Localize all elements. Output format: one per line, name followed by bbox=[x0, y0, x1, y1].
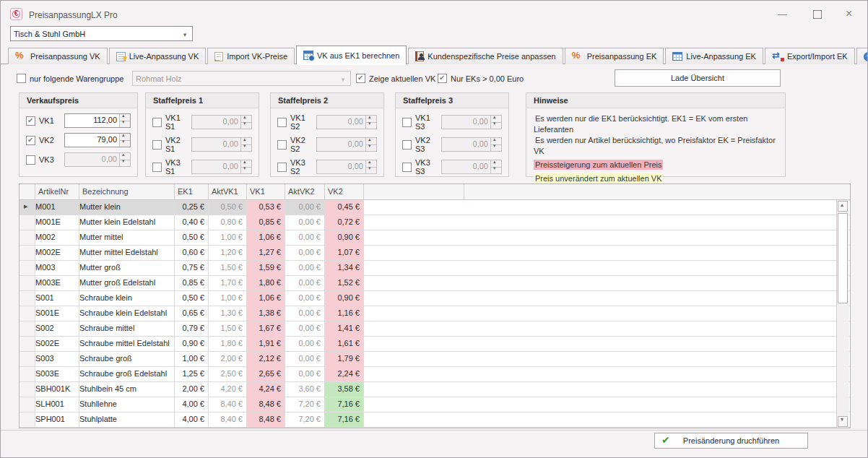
cell-ek1[interactable]: 1,00 € bbox=[175, 352, 209, 366]
column-header-artikelnr[interactable]: ArtikelNr bbox=[35, 184, 79, 199]
tab-preisanpassung-vk[interactable]: Preisanpassung VK bbox=[8, 48, 108, 64]
table-row[interactable]: M002Mutter mittel0,50 €1,00 €1,06 €0,00 … bbox=[19, 230, 850, 246]
vk3-s1-spin-edit[interactable]: 0,00 bbox=[191, 160, 252, 174]
cell-aktvk1[interactable]: 1,30 € bbox=[209, 306, 247, 321]
cell-artikelnr[interactable]: SBH001K bbox=[35, 382, 79, 397]
spin-down-icon[interactable] bbox=[366, 122, 376, 129]
tab-vk-aus-ek1-berechnen[interactable]: VK aus EK1 berechnen bbox=[296, 46, 407, 64]
cell-bezeichnung[interactable]: Schraube mittel Edelstahl bbox=[79, 337, 175, 351]
table-row[interactable]: M003EMutter groß Edelstahl0,85 €1,70 €1,… bbox=[19, 276, 850, 291]
table-row[interactable]: SBH001KStuhlbein 45 cm2,00 €4,20 €4,24 €… bbox=[19, 382, 850, 397]
row-indicator[interactable] bbox=[19, 230, 35, 245]
spin-down-icon[interactable] bbox=[491, 122, 501, 129]
spin-down-icon[interactable] bbox=[120, 121, 130, 128]
close-button[interactable]: × bbox=[846, 9, 859, 20]
cell-bezeichnung[interactable]: Mutter groß Edelstahl bbox=[79, 276, 175, 290]
tab-export-import-ek[interactable]: Export/Import EK bbox=[765, 48, 855, 64]
cell-bezeichnung[interactable]: Schraube mittel bbox=[79, 321, 175, 336]
spin-down-icon[interactable] bbox=[366, 144, 376, 152]
vk2-s1-spin-edit[interactable]: 0,00 bbox=[191, 137, 252, 152]
table-row[interactable]: M002EMutter mittel Edelstahl0,60 €1,20 €… bbox=[19, 246, 850, 261]
vk1-s3-spin-edit[interactable]: 0,00 bbox=[441, 115, 502, 129]
cell-aktvk1[interactable]: 1,00 € bbox=[209, 291, 247, 306]
row-indicator[interactable] bbox=[19, 306, 35, 321]
column-header-vk1[interactable]: VK1 bbox=[247, 184, 285, 199]
cell-bezeichnung[interactable]: Stuhllehne bbox=[79, 397, 175, 412]
vk3-s2-checkbox[interactable]: VK3 S2 bbox=[277, 158, 316, 176]
cell-artikelnr[interactable]: S003 bbox=[35, 352, 79, 366]
scroll-down-icon[interactable] bbox=[838, 416, 848, 427]
table-row[interactable]: M001Mutter klein0,25 €0,50 €0,53 €0,00 €… bbox=[19, 200, 850, 215]
cell-bezeichnung[interactable]: Stuhlplatte bbox=[79, 412, 175, 427]
cell-ek1[interactable]: 0,50 € bbox=[175, 291, 209, 306]
row-indicator[interactable] bbox=[19, 337, 35, 351]
vk3-spin-edit[interactable]: 0,00 bbox=[64, 152, 131, 167]
vk1-s1-spin-edit[interactable]: 0,00 bbox=[191, 115, 252, 129]
cell-ek1[interactable]: 1,25 € bbox=[175, 367, 209, 381]
cell-aktvk1[interactable]: 1,50 € bbox=[209, 321, 247, 336]
cell-vk2[interactable]: 1,52 € bbox=[325, 276, 364, 290]
cell-bezeichnung[interactable]: Mutter klein bbox=[79, 200, 175, 215]
cell-bezeichnung[interactable]: Mutter groß bbox=[79, 261, 175, 275]
cell-ek1[interactable]: 4,00 € bbox=[175, 412, 209, 427]
cell-aktvk2[interactable]: 7,20 € bbox=[285, 397, 325, 412]
row-indicator[interactable] bbox=[19, 276, 35, 290]
cell-vk2[interactable]: 7,16 € bbox=[325, 397, 364, 412]
cell-aktvk2[interactable]: 0,00 € bbox=[285, 200, 325, 215]
table-row[interactable]: S002ESchraube mittel Edelstahl0,90 €1,80… bbox=[19, 337, 850, 352]
cell-aktvk2[interactable]: 0,00 € bbox=[285, 230, 325, 245]
cell-vk2[interactable]: 1,41 € bbox=[325, 321, 364, 336]
cell-bezeichnung[interactable]: Stuhlbein 45 cm bbox=[79, 382, 175, 397]
cell-artikelnr[interactable]: S003E bbox=[35, 367, 79, 381]
cell-artikelnr[interactable]: M001 bbox=[35, 200, 79, 215]
cell-ek1[interactable]: 2,00 € bbox=[175, 382, 209, 397]
tab-preisanpassung-ek[interactable]: Preisanpassung EK bbox=[565, 48, 664, 64]
cell-vk1[interactable]: 1,91 € bbox=[247, 337, 285, 351]
vk2-s3-spin-edit[interactable]: 0,00 bbox=[441, 137, 502, 152]
load-overview-button[interactable]: Lade Übersicht bbox=[615, 69, 781, 87]
cell-artikelnr[interactable]: S001E bbox=[35, 306, 79, 321]
cell-bezeichnung[interactable]: Mutter klein Edelstahl bbox=[79, 215, 175, 230]
vk3-s1-checkbox[interactable]: VK3 S1 bbox=[152, 158, 191, 176]
cell-artikelnr[interactable]: S002E bbox=[35, 337, 79, 351]
cell-vk2[interactable]: 1,07 € bbox=[325, 246, 364, 260]
column-header-aktvk2[interactable]: AktVK2 bbox=[285, 184, 325, 199]
cell-ek1[interactable]: 0,85 € bbox=[175, 276, 209, 290]
spin-down-icon[interactable] bbox=[491, 167, 501, 174]
cell-vk1[interactable]: 0,85 € bbox=[247, 215, 285, 230]
cell-vk1[interactable]: 0,53 € bbox=[247, 200, 285, 215]
tab-live-anpassung-ek[interactable]: Live-Anpassung EK bbox=[665, 48, 763, 64]
table-row[interactable]: M003Mutter groß0,75 €1,50 €1,59 €0,00 €1… bbox=[19, 261, 850, 276]
vk2-s2-spin-edit[interactable]: 0,00 bbox=[316, 137, 377, 152]
column-header-bezeichnung[interactable]: Bezeichnung bbox=[79, 184, 175, 199]
cell-vk2[interactable]: 0,72 € bbox=[325, 215, 364, 230]
cell-ek1[interactable]: 0,50 € bbox=[175, 230, 209, 245]
vk1-s2-spin-edit[interactable]: 0,00 bbox=[316, 115, 377, 129]
cell-aktvk2[interactable]: 0,00 € bbox=[285, 337, 325, 351]
cell-ek1[interactable]: 0,25 € bbox=[175, 200, 209, 215]
cell-aktvk1[interactable]: 1,80 € bbox=[209, 337, 247, 351]
spin-down-icon[interactable] bbox=[366, 167, 376, 174]
cell-vk2[interactable]: 0,45 € bbox=[325, 200, 364, 215]
spin-down-icon[interactable] bbox=[491, 144, 501, 152]
cell-artikelnr[interactable]: M002E bbox=[35, 246, 79, 260]
cell-ek1[interactable]: 0,90 € bbox=[175, 337, 209, 351]
minimize-button[interactable] bbox=[776, 9, 789, 20]
vk3-s2-spin-edit[interactable]: 0,00 bbox=[316, 160, 377, 174]
column-header-vk2[interactable]: VK2 bbox=[325, 184, 364, 199]
cell-vk2[interactable]: 1,79 € bbox=[325, 352, 364, 366]
cell-artikelnr[interactable]: M003E bbox=[35, 276, 79, 290]
cell-bezeichnung[interactable]: Schraube klein Edelstahl bbox=[79, 306, 175, 321]
table-row[interactable]: M001EMutter klein Edelstahl0,40 €0,80 €0… bbox=[19, 215, 850, 230]
cell-artikelnr[interactable]: S002 bbox=[35, 321, 79, 336]
zeige-vk-checkbox[interactable]: Zeige aktuellen VK bbox=[356, 74, 435, 83]
row-indicator[interactable] bbox=[19, 215, 35, 230]
vk1-checkbox[interactable]: VK1 bbox=[26, 116, 64, 126]
vk3-checkbox[interactable]: VK3 bbox=[26, 155, 64, 165]
cell-bezeichnung[interactable]: Schraube klein bbox=[79, 291, 175, 306]
cell-aktvk2[interactable]: 7,20 € bbox=[285, 412, 325, 427]
cell-ek1[interactable]: 0,40 € bbox=[175, 215, 209, 230]
nur-eks-checkbox[interactable]: Nur EKs > 0,00 Euro bbox=[438, 74, 524, 83]
cell-aktvk1[interactable]: 0,80 € bbox=[209, 215, 247, 230]
warengruppe-select[interactable]: Rohmat Holz bbox=[132, 71, 351, 86]
